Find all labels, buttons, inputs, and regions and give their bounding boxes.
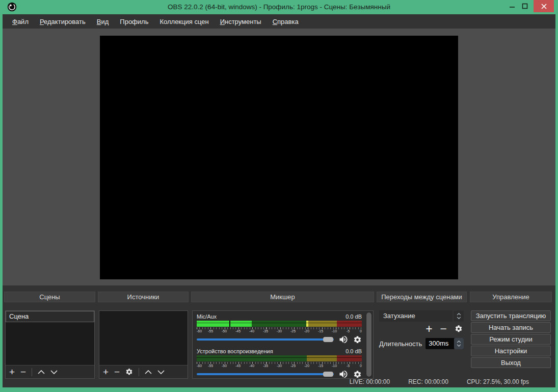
menu-scene-collection[interactable]: Коллекция сцен <box>154 18 214 25</box>
volume-meter <box>197 321 362 327</box>
mixer-channel-desktop: Устройство воспроизведения 0.0 dB -60 -5… <box>197 348 362 380</box>
rec-time: REC: 00:00:00 <box>408 378 448 385</box>
transition-select-spinner[interactable] <box>454 310 464 322</box>
volume-slider[interactable] <box>197 371 334 377</box>
titlebar: OBS 22.0.2 (64-bit, windows) - Профиль: … <box>0 0 558 14</box>
move-scene-up-icon[interactable] <box>38 370 45 374</box>
dock-area: Сцены Сцена + − <box>3 285 555 376</box>
volume-slider-handle[interactable] <box>323 372 333 377</box>
sources-list <box>99 311 188 365</box>
remove-transition-icon[interactable]: − <box>440 323 447 335</box>
menu-help[interactable]: Справка <box>267 18 304 25</box>
mixer-scrollbar[interactable] <box>366 312 372 377</box>
scenes-panel: Сцены Сцена + − <box>4 292 95 376</box>
transition-properties-gear-icon[interactable] <box>455 325 463 333</box>
mixer-panel-header: Микшер <box>191 292 374 302</box>
speaker-icon[interactable] <box>338 334 349 345</box>
menu-file[interactable]: Файл <box>7 18 34 25</box>
sources-panel: Источники + − <box>98 292 189 376</box>
close-button[interactable] <box>534 0 554 12</box>
mixer-box: Mic/Aux 0.0 dB -60 -55 -50 -45 -40 -35 <box>192 310 374 379</box>
scenes-toolbar: + − <box>6 365 94 378</box>
duration-label: Длительность <box>379 340 422 348</box>
move-scene-down-icon[interactable] <box>50 370 58 374</box>
start-streaming-button[interactable]: Запустить трансляцию <box>471 310 551 321</box>
start-recording-button[interactable]: Начать запись <box>471 322 551 333</box>
channel-db-value: 0.0 dB <box>346 348 362 355</box>
mixer-channel-mic: Mic/Aux 0.0 dB -60 -55 -50 -45 -40 -35 <box>197 313 362 345</box>
duration-spinbox[interactable]: 300ms <box>426 338 464 349</box>
maximize-button[interactable] <box>519 0 530 12</box>
scenes-panel-header: Сцены <box>4 292 95 302</box>
menu-edit[interactable]: Редактировать <box>34 18 91 25</box>
mixer-channels: Mic/Aux 0.0 dB -60 -55 -50 -45 -40 -35 <box>197 313 362 380</box>
sources-box: + − <box>99 310 188 379</box>
move-source-up-icon[interactable] <box>145 370 152 374</box>
sources-toolbar: + − <box>99 365 188 378</box>
volume-slider-track <box>197 373 334 375</box>
meter-scale: -60 -55 -50 -45 -40 -35 -30 -25 -20 -15 <box>197 327 362 333</box>
scenes-list: Сцена <box>6 311 94 365</box>
preview-area <box>3 29 555 285</box>
add-scene-icon[interactable]: + <box>9 367 15 377</box>
exit-button[interactable]: Выход <box>471 357 551 368</box>
menubar: Файл Редактировать Вид Профиль Коллекция… <box>3 14 555 29</box>
settings-button[interactable]: Настройки <box>471 346 551 356</box>
duration-spinner[interactable] <box>454 338 464 349</box>
cpu-fps: CPU: 27.5%, 30.00 fps <box>467 378 529 385</box>
add-source-icon[interactable]: + <box>103 367 109 377</box>
transition-select[interactable]: Затухание <box>379 310 453 322</box>
move-source-down-icon[interactable] <box>157 370 165 374</box>
controls-panel-header: Управление <box>470 292 552 302</box>
meter-scale: -60 -55 -50 -45 -40 -35 -30 -25 -20 -15 <box>197 362 362 368</box>
menu-view[interactable]: Вид <box>91 18 115 25</box>
toolbar-separator <box>32 368 32 376</box>
window-title: OBS 22.0.2 (64-bit, windows) - Профиль: … <box>0 0 558 14</box>
volume-meter <box>197 355 362 361</box>
scenes-box: Сцена + − <box>5 310 95 379</box>
channel-name: Устройство воспроизведения <box>197 348 273 355</box>
mixer-panel: Микшер Mic/Aux 0.0 dB -60 -55 <box>191 292 374 376</box>
channel-name: Mic/Aux <box>197 313 217 321</box>
transitions-panel-header: Переходы между сценами <box>377 292 467 302</box>
source-properties-gear-icon[interactable] <box>125 368 133 376</box>
sources-panel-header: Источники <box>98 292 189 302</box>
toolbar-separator <box>139 368 139 376</box>
studio-mode-button[interactable]: Режим студии <box>471 334 551 345</box>
volume-slider-handle[interactable] <box>323 337 333 342</box>
remove-scene-icon[interactable]: − <box>20 367 26 377</box>
window-body: Файл Редактировать Вид Профиль Коллекция… <box>3 14 555 387</box>
obs-window: OBS 22.0.2 (64-bit, windows) - Профиль: … <box>0 0 558 392</box>
duration-value[interactable]: 300ms <box>426 338 454 349</box>
speaker-icon[interactable] <box>338 369 349 379</box>
minimize-button[interactable] <box>507 0 518 12</box>
volume-slider-track <box>197 338 334 341</box>
remove-source-icon[interactable]: − <box>114 367 120 377</box>
channel-gear-icon[interactable] <box>353 370 362 379</box>
program-canvas[interactable] <box>100 36 458 279</box>
menu-profile[interactable]: Профиль <box>114 18 154 25</box>
volume-slider[interactable] <box>197 336 334 343</box>
mixer-scrollbar-handle[interactable] <box>366 312 371 377</box>
add-transition-icon[interactable]: + <box>426 323 432 335</box>
scene-list-item[interactable]: Сцена <box>6 311 94 322</box>
channel-gear-icon[interactable] <box>353 335 362 344</box>
menu-tools[interactable]: Инструменты <box>215 18 267 25</box>
transitions-panel: Переходы между сценами Затухание + − <box>377 292 467 376</box>
channel-db-value: 0.0 dB <box>346 313 362 321</box>
controls-panel: Управление Запустить трансляцию Начать з… <box>470 292 552 376</box>
